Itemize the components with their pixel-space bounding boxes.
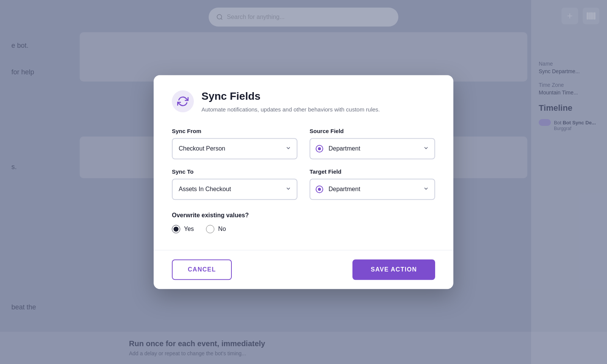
sync-to-select-wrapper: Assets In Checkout Checkout Person Depar… [172, 179, 297, 200]
overwrite-section: Overwrite existing values? Yes No [172, 212, 435, 233]
target-field-label: Target Field [310, 168, 435, 175]
overwrite-yes-radio[interactable] [172, 225, 180, 233]
sync-from-select-wrapper: Checkout Person Assets In Checkout Depar… [172, 138, 297, 159]
form-grid: Sync From Checkout Person Assets In Chec… [172, 128, 435, 200]
target-field-select[interactable]: Department Name Email Phone [310, 179, 435, 200]
modal-icon-wrap [172, 90, 194, 112]
source-field-select-wrapper: Department Name Email Phone [310, 138, 435, 159]
target-field-select-wrapper: Department Name Email Phone [310, 179, 435, 200]
sync-to-select[interactable]: Assets In Checkout Checkout Person Depar… [172, 179, 297, 200]
sync-to-label: Sync To [172, 168, 297, 175]
sync-icon [177, 96, 189, 107]
sync-from-select[interactable]: Checkout Person Assets In Checkout Depar… [172, 138, 297, 159]
modal-footer: CANCEL SAVE ACTION [154, 250, 453, 289]
modal-header: Sync Fields Automate notifications, upda… [172, 90, 435, 114]
sync-fields-modal: Sync Fields Automate notifications, upda… [154, 75, 453, 289]
modal-body: Sync Fields Automate notifications, upda… [154, 75, 453, 250]
overwrite-yes-label: Yes [184, 226, 194, 232]
source-field-group: Source Field Department Name Email Phone [310, 128, 435, 159]
target-field-group: Target Field Department Name Email Phone [310, 168, 435, 200]
sync-to-group: Sync To Assets In Checkout Checkout Pers… [172, 168, 297, 200]
save-action-button[interactable]: SAVE ACTION [352, 259, 435, 280]
cancel-button[interactable]: CANCEL [172, 259, 232, 280]
overwrite-label: Overwrite existing values? [172, 212, 435, 219]
modal-subtitle: Automate notifications, updates and othe… [201, 105, 380, 114]
modal-title: Sync Fields [201, 90, 380, 102]
source-field-label: Source Field [310, 128, 435, 134]
overwrite-no-radio[interactable] [206, 225, 214, 233]
overwrite-radio-group: Yes No [172, 225, 435, 233]
overwrite-yes-option[interactable]: Yes [172, 225, 194, 233]
sync-from-group: Sync From Checkout Person Assets In Chec… [172, 128, 297, 159]
modal-title-group: Sync Fields Automate notifications, upda… [201, 90, 380, 114]
overwrite-no-label: No [218, 226, 226, 232]
sync-from-label: Sync From [172, 128, 297, 134]
overwrite-no-option[interactable]: No [206, 225, 226, 233]
source-field-select[interactable]: Department Name Email Phone [310, 138, 435, 159]
